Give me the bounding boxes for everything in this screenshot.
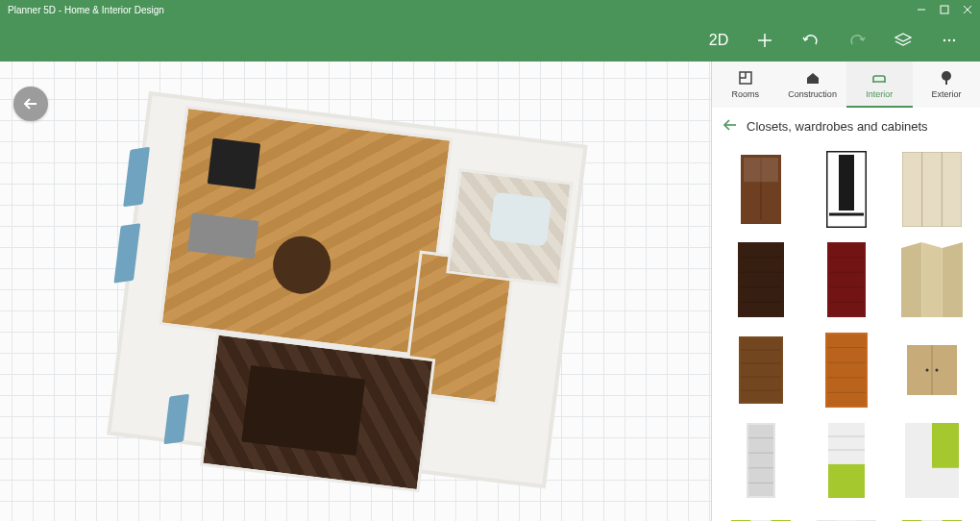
plus-icon [756, 32, 773, 49]
layers-button[interactable] [880, 19, 926, 62]
svg-point-53 [935, 369, 938, 372]
svg-rect-1 [941, 6, 948, 13]
catalog-item-combo-lime-4[interactable] [889, 506, 974, 521]
catalog-item-combo-lime-1[interactable] [803, 415, 889, 506]
house-icon [804, 69, 821, 87]
tab-label: Exterior [932, 89, 962, 99]
arrow-left-icon [22, 95, 39, 112]
rooms-icon [737, 69, 754, 87]
svg-rect-16 [744, 158, 778, 182]
svg-marker-35 [901, 242, 921, 317]
sofa [187, 212, 258, 259]
catalog-panel: Rooms Construction Interior Exterior Clo… [711, 62, 980, 521]
svg-rect-55 [748, 425, 773, 496]
catalog-item-wardrobe-cream[interactable] [889, 144, 974, 235]
add-button[interactable] [742, 19, 788, 62]
window-close-button[interactable] [963, 5, 972, 14]
svg-rect-19 [839, 155, 854, 211]
bathtub [489, 192, 552, 247]
design-canvas[interactable] [0, 62, 711, 521]
svg-rect-30 [829, 244, 864, 315]
catalog-grid [712, 144, 980, 521]
svg-rect-60 [828, 423, 865, 464]
catalog-item-combo-lime-2[interactable] [889, 415, 974, 506]
svg-rect-20 [902, 152, 962, 227]
catalog-item-shelf-orange[interactable] [803, 325, 889, 415]
catalog-item-combo-white-1[interactable] [803, 506, 889, 521]
catalog-title: Closets, wardrobes and cabinets [747, 119, 928, 134]
catalog-item-hutch-brown[interactable] [718, 144, 803, 235]
tab-label: Construction [788, 89, 837, 99]
more-button[interactable] [926, 19, 972, 62]
layers-icon [894, 31, 913, 50]
window-minimize-button[interactable] [917, 5, 926, 14]
window-maximize-button[interactable] [940, 5, 949, 14]
svg-point-7 [943, 39, 945, 41]
undo-icon [801, 31, 821, 50]
tab-interior[interactable]: Interior [846, 62, 914, 108]
svg-point-9 [953, 39, 955, 41]
tab-construction[interactable]: Construction [779, 62, 846, 108]
catalog-item-bookshelf-red[interactable] [803, 235, 889, 325]
view-mode-toggle[interactable]: 2D [696, 19, 742, 62]
svg-marker-36 [921, 242, 942, 317]
sofa-icon [870, 69, 888, 87]
svg-rect-64 [905, 423, 932, 498]
redo-icon [847, 31, 867, 50]
catalog-item-combo-lime-3[interactable] [718, 506, 803, 521]
back-button[interactable] [13, 87, 48, 121]
svg-point-8 [948, 39, 950, 41]
svg-rect-24 [740, 244, 782, 315]
redo-button[interactable] [834, 19, 880, 62]
undo-button[interactable] [788, 19, 834, 62]
window-titlebar: Planner 5D - Home & Interior Design [0, 0, 980, 19]
svg-rect-61 [828, 464, 865, 498]
svg-rect-45 [827, 335, 866, 406]
tab-rooms[interactable]: Rooms [712, 62, 779, 108]
svg-point-52 [925, 369, 928, 372]
bed [241, 365, 365, 456]
svg-point-11 [942, 71, 951, 81]
svg-rect-39 [741, 338, 781, 402]
tab-label: Interior [866, 89, 893, 99]
catalog-item-screen-beige[interactable] [889, 235, 974, 325]
svg-marker-6 [895, 34, 911, 41]
tv-unit [208, 137, 260, 189]
catalog-back-button[interactable] [722, 116, 739, 136]
svg-rect-66 [932, 468, 959, 498]
window-title: Planner 5D - Home & Interior Design [8, 5, 164, 15]
tab-label: Rooms [732, 89, 760, 99]
catalog-item-wardrobe-black[interactable] [803, 144, 889, 235]
catalog-item-shelf-brown-1[interactable] [718, 325, 803, 415]
ellipsis-icon [941, 32, 958, 49]
catalog-item-shelf-white[interactable] [718, 415, 803, 506]
catalog-item-cabinet-beige-low[interactable] [889, 325, 974, 415]
catalog-tabs: Rooms Construction Interior Exterior [712, 62, 980, 108]
catalog-item-bookshelf-dark[interactable] [718, 235, 803, 325]
svg-rect-12 [945, 80, 947, 85]
svg-marker-37 [942, 242, 962, 317]
catalog-breadcrumb: Closets, wardrobes and cabinets [712, 108, 980, 144]
arrow-left-icon [722, 116, 739, 134]
tab-exterior[interactable]: Exterior [913, 62, 980, 108]
main-toolbar: 2D [0, 19, 980, 62]
floorplan-3d[interactable] [102, 72, 627, 521]
tree-icon [938, 69, 955, 87]
